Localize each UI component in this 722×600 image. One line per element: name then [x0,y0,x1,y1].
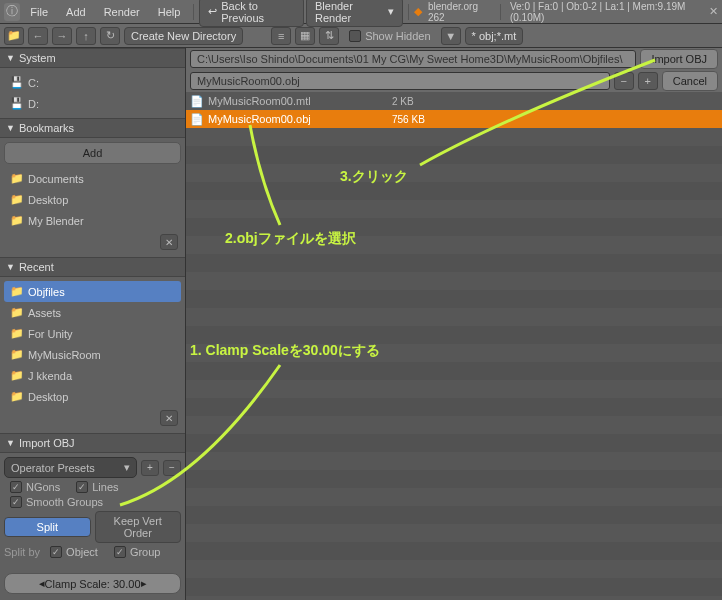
list-item[interactable]: 📁Desktop [4,386,181,407]
smooth-groups-checkbox[interactable]: ✓Smooth Groups [4,496,109,508]
dec-icon[interactable]: − [614,72,634,90]
bookmarks-panel-header[interactable]: ▼Bookmarks [0,118,185,138]
chevron-down-icon: ▾ [124,461,130,474]
file-icon: 📄 [190,113,204,126]
filter-icon[interactable]: ▼ [441,27,461,45]
folder-icon: 📁 [10,348,24,361]
back-button[interactable]: ↩Back to Previous [199,0,304,27]
menu-add[interactable]: Add [58,4,94,20]
file-row[interactable]: 📄 MyMusicRoom00.obj 756 KB [186,110,722,128]
folder-icon: 📁 [10,306,24,319]
filename-input[interactable] [190,72,610,90]
file-icon: 📄 [190,95,204,108]
menu-help[interactable]: Help [150,4,189,20]
delete-icon[interactable]: ✕ [160,234,178,250]
import-panel-header[interactable]: ▼Import OBJ [0,433,185,453]
create-dir-button[interactable]: Create New Directory [124,27,243,45]
list-item[interactable]: 📁Objfiles [4,281,181,302]
lines-checkbox[interactable]: ✓Lines [70,481,124,493]
list-item[interactable]: 💾C: [4,72,181,93]
list-item[interactable]: 📁J kkenda [4,365,181,386]
view-list-icon[interactable]: ≡ [271,27,291,45]
refresh-icon[interactable]: ↻ [100,27,120,45]
presets-dropdown[interactable]: Operator Presets▾ [4,457,137,478]
drive-icon: 💾 [10,76,24,89]
recent-panel-header[interactable]: ▼Recent [0,257,185,277]
nav-fwd-icon[interactable]: → [52,27,72,45]
file-toolbar: 📁 ← → ↑ ↻ Create New Directory ≡ ▦ ⇅ Sho… [0,24,722,48]
clamp-scale-field[interactable]: ◂Clamp Scale: 30.00▸ [4,573,181,594]
close-icon[interactable]: ✕ [709,5,718,18]
delete-icon[interactable]: ✕ [160,410,178,426]
renderer-dropdown[interactable]: Blender Render▾ [306,0,403,27]
path-input[interactable] [190,50,636,68]
folder-icon: 📁 [10,369,24,382]
list-item[interactable]: 💾D: [4,93,181,114]
folder-icon: 📁 [10,193,24,206]
blender-icon: ◆ [414,5,422,18]
nav-up-icon[interactable]: ↑ [76,27,96,45]
nav-back-icon[interactable]: ← [28,27,48,45]
split-by-label: Split by [4,546,40,558]
folder-icon[interactable]: 📁 [4,27,24,45]
back-icon: ↩ [208,5,217,18]
sort-icon[interactable]: ⇅ [319,27,339,45]
ngons-checkbox[interactable]: ✓NGons [4,481,66,493]
folder-icon: 📁 [10,214,24,227]
system-panel-header[interactable]: ▼System [0,48,185,68]
folder-icon: 📁 [10,172,24,185]
menu-render[interactable]: Render [96,4,148,20]
preset-del-icon[interactable]: − [163,460,181,476]
folder-icon: 📁 [10,327,24,340]
add-bookmark-button[interactable]: Add [4,142,181,164]
list-item[interactable]: 📁For Unity [4,323,181,344]
chevron-down-icon: ▾ [388,5,394,18]
file-list[interactable]: 📄 MyMusicRoom00.mtl 2 KB 📄 MyMusicRoom00… [186,92,722,600]
view-grid-icon[interactable]: ▦ [295,27,315,45]
list-item[interactable]: 📁Desktop [4,189,181,210]
list-item[interactable]: 📁Assets [4,302,181,323]
sidebar: ▼System 💾C: 💾D: ▼Bookmarks Add 📁Document… [0,48,186,600]
filter-field[interactable]: * obj;*.mt [465,27,524,45]
keep-vert-button[interactable]: Keep Vert Order [95,511,182,543]
folder-icon: 📁 [10,390,24,403]
group-checkbox[interactable]: ✓Group [108,546,167,558]
inc-icon[interactable]: + [638,72,658,90]
list-item[interactable]: 📁Documents [4,168,181,189]
main-menubar: ⓘ File Add Render Help ↩Back to Previous… [0,0,722,24]
split-button[interactable]: Split [4,517,91,537]
site-label: blender.org 262 [424,1,495,23]
file-row[interactable]: 📄 MyMusicRoom00.mtl 2 KB [186,92,722,110]
info-icon[interactable]: ⓘ [4,3,20,21]
file-area: Import OBJ − + Cancel 📄 MyMusicRoom00.mt… [186,48,722,600]
show-hidden-checkbox[interactable]: Show Hidden [343,30,436,42]
stats-label: Ve:0 | Fa:0 | Ob:0-2 | La:1 | Mem:9.19M … [506,1,707,23]
list-item[interactable]: 📁My Blender [4,210,181,231]
object-checkbox[interactable]: ✓Object [44,546,104,558]
import-obj-button[interactable]: Import OBJ [640,49,718,69]
drive-icon: 💾 [10,97,24,110]
folder-icon: 📁 [10,285,24,298]
preset-add-icon[interactable]: + [141,460,159,476]
menu-file[interactable]: File [22,4,56,20]
cancel-button[interactable]: Cancel [662,71,718,91]
list-item[interactable]: 📁MyMusicRoom [4,344,181,365]
